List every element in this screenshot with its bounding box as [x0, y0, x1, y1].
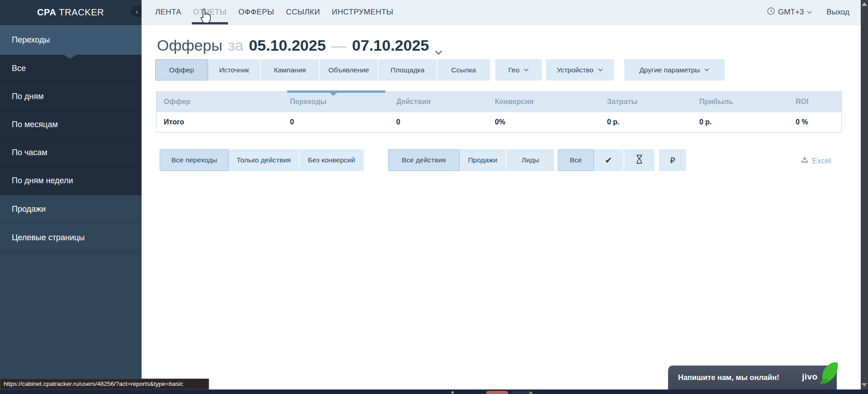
scroll-up-arrow-icon[interactable]	[862, 2, 867, 6]
filter-status-pending[interactable]	[624, 149, 655, 171]
excel-export-link[interactable]: Excel	[801, 156, 831, 166]
filter-tolko-deystviya[interactable]: Только действия	[229, 149, 299, 171]
jivo-chat-widget[interactable]: Напишите нам, мы онлайн! jivo	[668, 366, 837, 389]
filter-bez-konversiy[interactable]: Без конверсий	[299, 149, 364, 171]
sidebar-item-label: По дням недели	[12, 176, 73, 185]
taskbar-green-dot	[529, 392, 532, 394]
timezone-value: GMT+3	[778, 8, 804, 17]
table-header-row: Оффер Переходы Действия Конверсия Затрат…	[157, 92, 841, 112]
excel-label: Excel	[812, 157, 831, 166]
sidebar-item-po-mesyatsam[interactable]: По месяцам	[0, 111, 142, 139]
sidebar: CPA TRACKER ‹ Переходы Все По дням По ме…	[0, 0, 142, 394]
download-icon	[801, 156, 808, 166]
nav-instrumenty[interactable]: ИНСТРУМЕНТЫ	[332, 0, 394, 24]
chevron-down-icon	[807, 11, 812, 14]
date-range-chevron-icon[interactable]	[435, 41, 442, 59]
app-logo: CPA TRACKER	[37, 7, 104, 18]
nav-label: ЛЕНТА	[155, 8, 181, 17]
sidebar-item-perehody[interactable]: Переходы	[0, 25, 142, 55]
cell-konversiya: 0%	[488, 118, 600, 126]
sidebar-item-prodazhi[interactable]: Продажи	[0, 195, 142, 223]
timezone-dropdown[interactable]: GMT+3	[767, 7, 812, 17]
tab-obyavlenie[interactable]: Объявление	[320, 59, 379, 81]
filter-status-approved[interactable]: ✔	[594, 149, 624, 171]
sidebar-item-po-chasam[interactable]: По часам	[0, 139, 142, 167]
filter-label: Только действия	[237, 156, 291, 164]
sidebar-item-tselevye-stranitsy[interactable]: Целевые страницы	[0, 223, 142, 252]
chat-message: Напишите нам, мы онлайн!	[678, 366, 779, 389]
checkmark-icon: ✔	[605, 155, 612, 165]
filter-currency-rub[interactable]: ₽	[659, 149, 686, 171]
sidebar-submenu: Все По дням По месяцам По часам По дням …	[0, 55, 142, 195]
tab-istochnik[interactable]: Источник	[208, 59, 261, 81]
nav-ssylki[interactable]: ССЫЛКИ	[286, 0, 320, 24]
sidebar-item-vse[interactable]: Все	[0, 55, 142, 83]
logo-bold: CPA	[37, 7, 57, 17]
date-to[interactable]: 07.10.2025	[352, 37, 429, 54]
filter-label: Продажи	[468, 156, 498, 164]
tab-kampaniya[interactable]: Кампания	[261, 59, 320, 81]
filter-label: Без конверсий	[308, 156, 355, 164]
column-header-perehody[interactable]: Переходы	[283, 98, 389, 106]
column-header-pribyl[interactable]: Прибыль	[692, 98, 788, 106]
dropdown-geo[interactable]: Гео	[495, 59, 542, 81]
report-entity: Офферы	[157, 37, 223, 54]
tab-label: Ссылка	[451, 66, 476, 74]
column-header-konversiya[interactable]: Конверсия	[488, 98, 600, 106]
sidebar-item-po-dnyam[interactable]: По дням	[0, 83, 142, 111]
sidebar-item-label: Продажи	[12, 204, 46, 214]
date-dash: —	[331, 37, 346, 54]
topbar: ЛЕНТА ОТЧЕТЫ ОФФЕРЫ ССЫЛКИ ИНСТРУМЕНТЫ G…	[142, 0, 861, 25]
column-header-zatraty[interactable]: Затраты	[600, 98, 692, 106]
report-preposition: за	[228, 37, 244, 54]
sidebar-item-label: Целевые страницы	[12, 233, 85, 242]
filter-row: Все переходы Только действия Без конверс…	[160, 149, 686, 171]
date-from[interactable]: 05.10.2025	[249, 37, 326, 54]
nav-offery[interactable]: ОФФЕРЫ	[238, 0, 274, 24]
chevron-down-icon	[598, 68, 603, 71]
chevron-down-icon	[704, 68, 709, 71]
filter-label: Все действия	[402, 156, 446, 164]
sidebar-item-label: Переходы	[12, 35, 50, 45]
nav-label: ИНСТРУМЕНТЫ	[332, 8, 394, 17]
tab-label: Кампания	[274, 66, 306, 74]
sidebar-collapse-button[interactable]: ‹	[129, 5, 142, 17]
column-header-deystviya[interactable]: Действия	[389, 98, 488, 106]
cpa-tracker-app: CPA TRACKER ‹ Переходы Все По дням По ме…	[0, 0, 868, 394]
filter-lidy[interactable]: Лиды	[507, 149, 554, 171]
filter-label: Все переходы	[171, 156, 217, 164]
taskbar-sliver	[0, 389, 868, 394]
main-content: Офферы за 05.10.2025 — 07.10.2025 Оффер …	[142, 25, 861, 394]
sidebar-item-label: Все	[12, 64, 26, 73]
cell-roi: 0 %	[788, 118, 841, 126]
hourglass-icon	[636, 155, 643, 166]
table-row-total: Итого 0 0 0% 0 р. 0 р. 0 %	[157, 112, 841, 132]
vertical-scrollbar[interactable]	[861, 0, 868, 394]
sidebar-item-po-dnyam-nedeli[interactable]: По дням недели	[0, 167, 142, 195]
taskbar-dot	[451, 391, 454, 394]
column-header-roi[interactable]: ROI	[788, 98, 841, 106]
report-title: Офферы за 05.10.2025 — 07.10.2025	[157, 37, 442, 59]
cell-label: Итого	[157, 118, 283, 126]
filter-status-vse[interactable]: Все	[558, 149, 594, 171]
logout-link[interactable]: Выход	[826, 8, 849, 17]
tab-ssylka[interactable]: Ссылка	[437, 59, 491, 81]
tab-ploshchadka[interactable]: Площадка	[379, 59, 437, 81]
tab-label: Площадка	[390, 66, 424, 74]
sidebar-item-label: По дням	[12, 92, 44, 101]
tab-label: Источник	[219, 66, 249, 74]
nav-label: ССЫЛКИ	[286, 8, 320, 17]
filter-prodazhi[interactable]: Продажи	[460, 149, 507, 171]
ruble-icon: ₽	[670, 156, 675, 165]
tab-offer[interactable]: Оффер	[155, 59, 208, 81]
jivo-logo: jivo	[802, 372, 818, 382]
filter-vse-perehody[interactable]: Все переходы	[160, 149, 229, 171]
nav-lenta[interactable]: ЛЕНТА	[155, 0, 181, 24]
filter-vse-deystviya[interactable]: Все действия	[388, 149, 460, 171]
dropdown-drugie-parametry[interactable]: Другие параметры	[624, 59, 725, 81]
report-table: Оффер Переходы Действия Конверсия Затрат…	[156, 91, 842, 133]
column-header-offer[interactable]: Оффер	[157, 98, 283, 106]
cell-deystviya: 0	[389, 118, 488, 126]
scroll-down-arrow-icon[interactable]	[862, 383, 867, 387]
dropdown-ustroystvo[interactable]: Устройство	[546, 59, 614, 81]
